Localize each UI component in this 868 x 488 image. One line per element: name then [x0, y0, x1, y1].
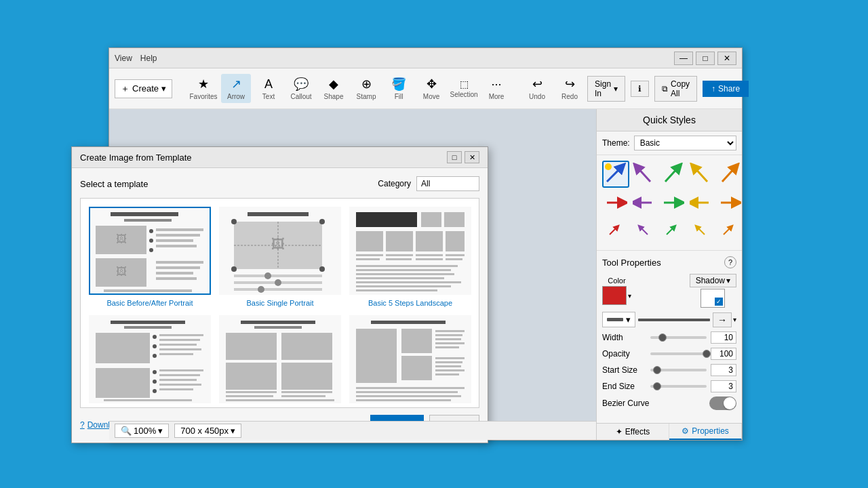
start-size-input[interactable]: 3: [711, 364, 736, 376]
tool-props-title: Tool Properties: [602, 258, 661, 268]
zoom-control[interactable]: 🔍 100% ▾: [115, 424, 169, 438]
info-button[interactable]: ℹ: [631, 81, 649, 97]
arrow-style-purple-right[interactable]: [631, 189, 658, 216]
color-section: Color ▾: [602, 277, 631, 305]
color-label: Color: [608, 277, 625, 285]
svg-rect-64: [159, 348, 201, 350]
arrow-style-green-small[interactable]: [659, 218, 686, 245]
tool-fill[interactable]: 🪣 Fill: [384, 74, 414, 103]
color-dropdown-arrow[interactable]: ▾: [628, 292, 631, 300]
effects-button[interactable]: ✦ Effects: [597, 424, 669, 440]
shadow-button[interactable]: Shadow ▾: [690, 274, 736, 287]
chevron-down-icon: ▾: [161, 83, 166, 94]
tool-text[interactable]: A Text: [254, 75, 283, 103]
create-button[interactable]: ＋ Create ▾: [115, 79, 172, 98]
dimensions-control[interactable]: 700 x 450px ▾: [174, 424, 241, 438]
opacity-slider-thumb: [703, 350, 711, 358]
share-button[interactable]: ↑ Share: [703, 81, 749, 97]
svg-rect-9: [156, 239, 193, 242]
svg-rect-7: [156, 228, 203, 231]
tool-shape[interactable]: ◆ Shape: [319, 74, 349, 103]
tool-props-help-button[interactable]: ?: [724, 256, 736, 268]
svg-rect-84: [226, 395, 273, 397]
svg-rect-61: [159, 334, 203, 336]
maximize-button[interactable]: □: [696, 52, 715, 65]
template-item-single[interactable]: 🖼: [219, 207, 341, 307]
callout-icon: 💬: [294, 77, 309, 92]
arrow-style-green-right[interactable]: [659, 189, 686, 216]
width-slider[interactable]: [650, 336, 707, 339]
opacity-input[interactable]: 100: [711, 348, 736, 360]
width-slider-thumb: [658, 333, 667, 342]
close-button[interactable]: ✕: [717, 52, 736, 65]
svg-rect-85: [281, 395, 326, 397]
redo-icon: ↪: [565, 77, 575, 92]
arrow-style-blue-diagonal[interactable]: [602, 161, 629, 188]
start-size-slider[interactable]: [650, 369, 707, 371]
arrow-style-purple-small[interactable]: [631, 218, 658, 245]
undo-button[interactable]: ↩ Undo: [522, 74, 552, 103]
minimize-button[interactable]: —: [674, 52, 693, 65]
properties-button[interactable]: ⚙ Properties: [669, 424, 742, 440]
move-icon: ✥: [427, 77, 437, 92]
template-item-4[interactable]: [89, 315, 211, 407]
arrow-style-red-small[interactable]: [602, 218, 629, 245]
arrow-style-orange-diagonal[interactable]: [716, 161, 743, 188]
svg-rect-93: [435, 338, 461, 340]
color-swatch[interactable]: [602, 286, 627, 305]
arrow-style-red-right[interactable]: [602, 189, 629, 216]
width-input[interactable]: 10: [711, 331, 736, 344]
arrow-right-button[interactable]: →: [713, 312, 732, 327]
svg-rect-75: [104, 399, 192, 401]
template-grid-container: 🖼: [80, 198, 479, 408]
copy-all-button[interactable]: ⧉ Copy All: [654, 76, 697, 102]
tool-more[interactable]: ··· More: [481, 75, 511, 103]
title-bar-menu: View Help: [115, 54, 157, 63]
arrow-style-yellow-diagonal[interactable]: [688, 161, 715, 188]
dialog-close-button[interactable]: ✕: [465, 151, 479, 163]
sign-in-button[interactable]: Sign In ▾: [587, 76, 625, 102]
category-wrapper: All Basic Modern Comparison: [416, 176, 479, 191]
menu-view[interactable]: View: [115, 54, 132, 63]
bezier-label: Bezier Curve: [602, 399, 649, 408]
window-controls: — □ ✕: [674, 52, 736, 65]
tool-arrow[interactable]: ↗ Arrow: [221, 74, 251, 103]
redo-button[interactable]: ↪ Redo: [555, 74, 585, 103]
arrow-style-green-diagonal[interactable]: [659, 161, 686, 188]
dimensions-dropdown-arrow: ▾: [231, 426, 235, 436]
tool-stamp[interactable]: ⊕ Stamp: [351, 74, 381, 103]
opacity-slider[interactable]: [650, 352, 707, 355]
arrow-style-orange-small[interactable]: [716, 218, 743, 245]
template-item-5[interactable]: [219, 315, 341, 407]
toolbar: ＋ Create ▾ ★ Favorites ↗ Arrow A Text 💬 …: [109, 68, 742, 109]
arrow-style-orange-right[interactable]: [716, 189, 743, 216]
tool-move[interactable]: ✥ Move: [416, 74, 446, 103]
template-item-before-after[interactable]: 🖼: [89, 207, 211, 307]
end-size-slider[interactable]: [650, 385, 707, 388]
shadow-swatch[interactable]: [701, 289, 725, 308]
theme-row: Theme: Basic Modern Classic Bold: [597, 131, 742, 155]
gear-icon: ⚙: [682, 426, 689, 436]
tool-favorites[interactable]: ★ Favorites: [189, 74, 218, 103]
line-style-selector[interactable]: ▾: [602, 312, 635, 327]
bezier-toggle-knob: [724, 397, 736, 409]
bezier-toggle[interactable]: [709, 396, 736, 410]
template-item-5steps[interactable]: Basic 5 Steps Landscape: [349, 207, 471, 307]
menu-help[interactable]: Help: [140, 54, 157, 63]
arrow-style-yellow-small[interactable]: [688, 218, 715, 245]
template-item-6[interactable]: [349, 315, 471, 407]
theme-select[interactable]: Basic Modern Classic Bold: [634, 136, 736, 150]
end-size-input[interactable]: 3: [711, 380, 736, 392]
tool-callout[interactable]: 💬 Callout: [286, 74, 316, 103]
category-select[interactable]: All Basic Modern Comparison: [416, 176, 479, 191]
svg-rect-92: [435, 334, 462, 336]
tool-selection[interactable]: ⬚ Selection: [449, 76, 479, 101]
dialog-title-bar: Create Image from Template □ ✕: [72, 147, 488, 168]
arrow-dir-dropdown[interactable]: ▾: [733, 316, 736, 323]
arrow-style-yellow-right[interactable]: [688, 189, 715, 216]
svg-rect-17: [104, 289, 192, 292]
svg-point-30: [275, 279, 281, 286]
dialog-maximize-button[interactable]: □: [447, 151, 462, 163]
svg-rect-52: [356, 281, 461, 283]
arrow-style-purple-diagonal[interactable]: [631, 161, 658, 188]
